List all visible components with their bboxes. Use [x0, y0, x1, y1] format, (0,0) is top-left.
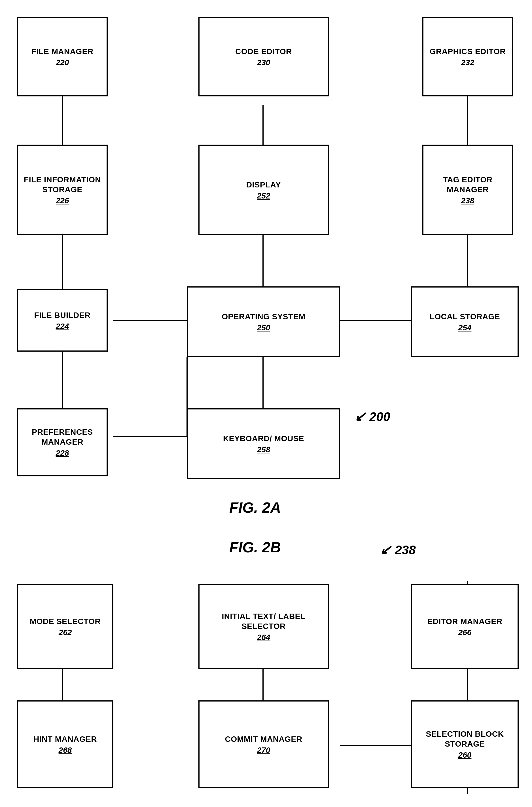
tag-editor-manager-box: TAG EDITOR MANAGER 238: [422, 145, 513, 236]
editor-manager-number: 266: [458, 628, 472, 637]
file-manager-title: FILE MANAGER: [31, 46, 93, 56]
file-info-storage-title: FILE INFORMATION STORAGE: [21, 175, 103, 194]
file-builder-box: FILE BUILDER 224: [17, 289, 108, 352]
editor-manager-box: EDITOR MANAGER 266: [411, 584, 519, 669]
selection-block-storage-number: 260: [458, 751, 472, 759]
commit-manager-title: COMMIT MANAGER: [225, 734, 302, 744]
local-storage-number: 254: [458, 323, 472, 332]
fig2a-label: FIG. 2A: [170, 499, 340, 516]
initial-text-label-selector-number: 264: [257, 633, 270, 642]
selection-block-storage-title: SELECTION BLOCK STORAGE: [416, 729, 514, 749]
keyboard-mouse-number: 258: [257, 445, 270, 454]
display-title: DISPLAY: [246, 180, 281, 190]
code-editor-title: CODE EDITOR: [235, 46, 292, 56]
tag-editor-manager-number: 238: [461, 196, 474, 205]
ref-200-arrow: ↙ 200: [354, 408, 390, 424]
local-storage-title: LOCAL STORAGE: [430, 312, 500, 322]
file-manager-number: 220: [56, 58, 69, 67]
file-builder-title: FILE BUILDER: [34, 310, 91, 320]
file-manager-box: FILE MANAGER 220: [17, 17, 108, 96]
graphics-editor-title: GRAPHICS EDITOR: [430, 46, 506, 56]
initial-text-label-selector-box: INITIAL TEXT/ LABEL SELECTOR 264: [198, 584, 329, 669]
operating-system-box: OPERATING SYSTEM 250: [187, 286, 340, 357]
selection-block-storage-box: SELECTION BLOCK STORAGE 260: [411, 700, 519, 788]
hint-manager-number: 268: [59, 746, 72, 755]
file-info-storage-box: FILE INFORMATION STORAGE 226: [17, 145, 108, 236]
display-box: DISPLAY 252: [198, 145, 329, 236]
hint-manager-title: HINT MANAGER: [34, 734, 97, 744]
editor-manager-title: EDITOR MANAGER: [428, 617, 502, 626]
commit-manager-box: COMMIT MANAGER 270: [198, 700, 329, 788]
operating-system-title: OPERATING SYSTEM: [222, 312, 305, 322]
keyboard-mouse-box: KEYBOARD/ MOUSE 258: [187, 408, 340, 479]
display-number: 252: [257, 191, 270, 201]
local-storage-box: LOCAL STORAGE 254: [411, 286, 519, 357]
file-info-storage-number: 226: [56, 196, 69, 205]
preferences-manager-number: 228: [56, 449, 69, 458]
commit-manager-number: 270: [257, 746, 270, 755]
keyboard-mouse-title: KEYBOARD/ MOUSE: [223, 434, 304, 444]
graphics-editor-number: 232: [461, 58, 474, 67]
graphics-editor-box: GRAPHICS EDITOR 232: [422, 17, 513, 96]
mode-selector-box: MODE SELECTOR 262: [17, 584, 113, 669]
mode-selector-title: MODE SELECTOR: [30, 617, 101, 626]
fig2b-label: FIG. 2B: [170, 539, 340, 556]
code-editor-box: CODE EDITOR 230: [198, 17, 329, 96]
preferences-manager-box: PREFERENCES MANAGER 228: [17, 408, 108, 476]
code-editor-number: 230: [257, 58, 270, 67]
operating-system-number: 250: [257, 323, 270, 332]
initial-text-label-selector-title: INITIAL TEXT/ LABEL SELECTOR: [203, 611, 324, 631]
preferences-manager-title: PREFERENCES MANAGER: [21, 427, 103, 447]
tag-editor-manager-title: TAG EDITOR MANAGER: [427, 175, 509, 194]
hint-manager-box: HINT MANAGER 268: [17, 700, 113, 788]
mode-selector-number: 262: [59, 628, 72, 637]
file-builder-number: 224: [56, 322, 69, 331]
ref-238-arrow: ↙ 238: [380, 542, 416, 558]
